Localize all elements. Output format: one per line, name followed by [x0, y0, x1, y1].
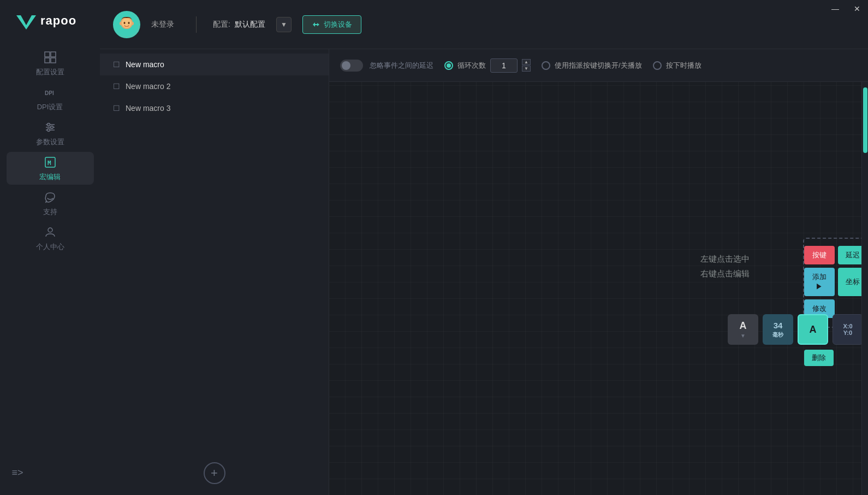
sidebar-item-config[interactable]: 配置设置: [7, 47, 94, 80]
loop-count-up[interactable]: ▲: [522, 59, 531, 65]
title-bar: — ✕: [824, 0, 868, 17]
add-macro-button[interactable]: +: [204, 462, 225, 484]
switch-device-label: 切换设备: [324, 20, 352, 30]
loop-count-spinner: ▲ ▼: [522, 59, 531, 72]
close-button[interactable]: ✕: [846, 0, 868, 17]
key-item-a-down[interactable]: A ▼: [728, 314, 758, 345]
content-area: ☐ New macro ☐ New macro 2 ☐ New macro 3 …: [100, 49, 868, 495]
coord1-y: Y:0: [843, 329, 852, 336]
macro-item-1[interactable]: ☐ New macro: [100, 54, 329, 75]
avatar: [113, 11, 140, 38]
press-play-group: 按下时播放: [653, 61, 701, 70]
sidebar-item-profile-label: 个人中心: [36, 242, 64, 252]
use-key-label: 使用指派按键切换开/关播放: [555, 61, 642, 70]
sidebar-item-macro[interactable]: M 宏编辑: [7, 152, 94, 185]
sidebar-item-support[interactable]: 支持: [7, 187, 94, 220]
svg-rect-3: [45, 58, 50, 63]
doc-icon-3: ☐: [113, 104, 120, 113]
sidebar-item-support-label: 支持: [43, 207, 57, 217]
macro-list: ☐ New macro ☐ New macro 2 ☐ New macro 3: [100, 49, 329, 495]
avatar-image: [114, 12, 139, 37]
doc-icon-1: ☐: [113, 60, 120, 69]
svg-point-18: [124, 22, 126, 24]
params-icon: [43, 120, 58, 135]
doc-icon-2: ☐: [113, 82, 120, 91]
dpi-icon: DPI: [43, 85, 58, 100]
key-button[interactable]: 按键: [804, 246, 835, 264]
loop-count-group: 循环次数 ▲ ▼: [444, 58, 531, 73]
macro-item-2-label: New macro 2: [126, 82, 170, 91]
svg-rect-1: [45, 52, 50, 57]
svg-text:DPI: DPI: [45, 90, 54, 96]
add-button[interactable]: 添加▶: [804, 268, 835, 296]
key-item-a-selected[interactable]: A: [798, 314, 828, 345]
svg-point-10: [50, 126, 53, 129]
macro-item-2[interactable]: ☐ New macro 2: [100, 75, 329, 97]
key-a-label: A: [740, 320, 747, 332]
switch-icon: [312, 20, 320, 29]
collapse-button[interactable]: ≡>: [7, 462, 94, 484]
press-play-radio[interactable]: [653, 61, 662, 70]
macro-item-3-label: New macro 3: [126, 104, 170, 113]
user-status: 未登录: [151, 20, 174, 30]
sidebar-item-macro-label: 宏编辑: [39, 172, 61, 182]
use-key-radio[interactable]: [542, 61, 550, 70]
loop-count-radio[interactable]: [444, 61, 453, 70]
loop-count-label: 循环次数: [457, 61, 486, 70]
key-a-selected-label: A: [810, 324, 817, 335]
sidebar-item-profile[interactable]: 个人中心: [7, 222, 94, 255]
macro-item-1-label: New macro: [126, 60, 164, 69]
sidebar-item-params[interactable]: 参数设置: [7, 117, 94, 150]
sidebar-item-dpi-label: DPI设置: [37, 102, 63, 112]
logo-icon: [16, 11, 36, 31]
ignore-delay-toggle-group: 忽略事件之间的延迟: [340, 60, 433, 72]
svg-point-19: [128, 22, 130, 24]
editor-toolbar: 忽略事件之间的延迟 循环次数 ▲ ▼ 使用指派按键切换开/关播放: [329, 49, 868, 82]
config-area: 配置: 默认配置: [213, 20, 265, 30]
macro-panel: ☐ New macro ☐ New macro 2 ☐ New macro 3 …: [100, 49, 329, 495]
sidebar-item-params-label: 参数设置: [36, 137, 64, 147]
svg-point-11: [47, 129, 50, 132]
sidebar-item-dpi[interactable]: DPI DPI设置: [7, 82, 94, 115]
delay-item[interactable]: 34 毫秒: [763, 314, 793, 345]
config-name: 默认配置: [235, 20, 265, 30]
coord1-x: X:0: [843, 323, 852, 329]
editor-panel: 忽略事件之间的延迟 循环次数 ▲ ▼ 使用指派按键切换开/关播放: [329, 49, 868, 495]
hint-line2: 右键点击编辑: [700, 266, 750, 281]
logo-text: rapoo: [40, 14, 76, 28]
hint-line1: 左键点击选中: [700, 251, 750, 266]
sidebar-bottom: ≡>: [7, 462, 94, 484]
svg-rect-2: [51, 52, 56, 57]
header-divider: [196, 16, 197, 33]
support-icon: [43, 190, 58, 205]
loop-count-input[interactable]: [490, 58, 518, 73]
key-down-arrow: ▼: [740, 333, 746, 339]
scrollbar-thumb: [863, 87, 867, 153]
delete-button[interactable]: 删除: [804, 350, 834, 366]
svg-rect-4: [51, 58, 56, 63]
macro-icon: M: [43, 155, 58, 170]
svg-point-9: [47, 123, 50, 126]
logo-area: rapoo: [11, 11, 76, 31]
minimize-button[interactable]: —: [824, 0, 846, 17]
svg-point-21: [132, 22, 134, 25]
key-sequence: A ▼ 34 毫秒 A X:0 Y:0: [728, 314, 868, 345]
editor-hint: 左键点击选中 右键点击编辑: [700, 251, 750, 281]
editor-scrollbar[interactable]: [861, 82, 868, 495]
macro-item-3[interactable]: ☐ New macro 3: [100, 97, 329, 119]
coord-item-1[interactable]: X:0 Y:0: [833, 314, 863, 345]
config-dropdown[interactable]: ▼: [276, 17, 292, 32]
delay-unit: 毫秒: [772, 331, 783, 339]
loop-count-down[interactable]: ▼: [522, 66, 531, 72]
svg-marker-0: [16, 15, 36, 30]
switch-device-button[interactable]: 切换设备: [302, 15, 361, 34]
config-label: 配置:: [213, 20, 230, 30]
svg-point-20: [120, 22, 122, 25]
sidebar-item-config-label: 配置设置: [36, 67, 64, 77]
ignore-delay-label: 忽略事件之间的延迟: [370, 61, 433, 70]
svg-text:M: M: [47, 160, 51, 167]
delay-value: 34: [774, 321, 783, 330]
ignore-delay-toggle[interactable]: [340, 60, 363, 72]
press-play-label: 按下时播放: [666, 61, 701, 70]
editor-canvas[interactable]: 左键点击选中 右键点击编辑 按键 延迟 添加▶ 坐标 修改 A: [329, 82, 868, 495]
